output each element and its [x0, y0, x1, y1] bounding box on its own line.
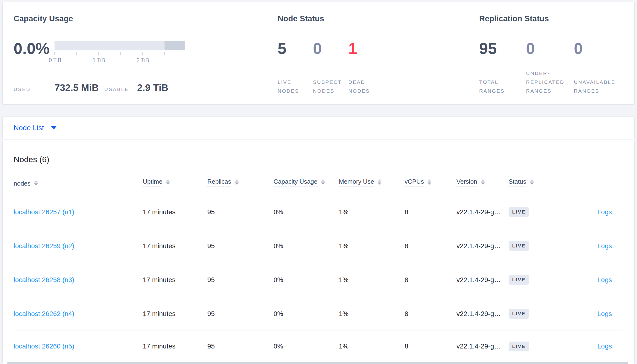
memory-cell: 1% — [339, 242, 405, 250]
dead-nodes-value: 1 — [348, 40, 384, 56]
logs-link[interactable]: Logs — [597, 242, 612, 250]
column-header-capacity-usage[interactable]: Capacity Usage — [273, 178, 339, 187]
replicas-cell: 95 — [207, 310, 273, 318]
cluster-summary-panel: Capacity Usage 0.0% — [3, 2, 634, 104]
replicas-cell: 95 — [207, 276, 273, 284]
total-ranges-stat: 95 TOTAL RANGES — [479, 40, 526, 95]
column-header-uptime[interactable]: Uptime — [143, 178, 207, 187]
capacity-gauge: 0.0% 0 TiB 1 TiB — [14, 40, 185, 64]
usable-value: 2.9 TiB — [137, 82, 168, 93]
capacity-usage-section: Capacity Usage 0.0% — [14, 2, 229, 104]
capacity-bar: 0 TiB 1 TiB 2 TiB — [55, 41, 185, 64]
replication-status-title: Replication Status — [479, 14, 549, 24]
view-selector-bar: Node List — [3, 116, 634, 139]
column-header-vcpus[interactable]: vCPUs — [405, 178, 456, 187]
used-label: USED — [14, 87, 55, 92]
memory-cell: 1% — [339, 276, 405, 284]
column-header-nodes[interactable]: nodes — [14, 180, 143, 187]
uptime-cell: 17 minutes — [143, 276, 207, 284]
vcpus-cell: 8 — [405, 342, 456, 350]
uptime-cell: 17 minutes — [143, 310, 207, 318]
live-nodes-label: LIVE NODES — [278, 78, 313, 95]
column-header-status[interactable]: Status — [509, 178, 569, 187]
live-nodes-stat: 5 LIVE NODES — [278, 40, 313, 95]
suspect-nodes-value: 0 — [313, 40, 348, 56]
node-list-dropdown[interactable]: Node List — [14, 124, 57, 132]
capacity-percent-value: 0.0% — [14, 40, 55, 56]
dead-nodes-stat: 1 DEAD NODES — [348, 40, 384, 95]
logs-link[interactable]: Logs — [597, 310, 612, 318]
dead-nodes-label: DEAD NODES — [348, 78, 384, 95]
nodes-table-card: Nodes (6) nodes Uptime Replicas Capacity… — [3, 140, 634, 364]
live-nodes-value: 5 — [278, 40, 313, 56]
sort-icon — [428, 179, 431, 185]
axis-label-2tib: 2 TiB — [137, 57, 149, 64]
node-link[interactable]: localhost:26262 (n4) — [14, 310, 74, 318]
logs-link[interactable]: Logs — [597, 342, 612, 350]
sort-icon — [378, 179, 381, 185]
capacity-cell: 0% — [273, 242, 339, 250]
table-row: localhost:26260 (n5) 17 minutes 95 0% 1%… — [14, 331, 623, 362]
unavailable-ranges-value: 0 — [574, 40, 624, 56]
capacity-bar-track — [55, 41, 185, 50]
axis-label-1tib: 1 TiB — [93, 57, 105, 64]
bottom-divider — [8, 362, 628, 364]
status-badge: LIVE — [509, 309, 529, 318]
replication-status-section: Replication Status 95 TOTAL RANGES 0 UND… — [479, 2, 627, 104]
status-badge: LIVE — [509, 275, 529, 285]
memory-cell: 1% — [339, 208, 405, 216]
under-replicated-ranges-label: UNDER-REPLICATED RANGES — [526, 69, 562, 95]
replicas-cell: 95 — [207, 208, 273, 216]
table-row: localhost:26259 (n2) 17 minutes 95 0% 1%… — [14, 229, 623, 263]
replicas-cell: 95 — [207, 342, 273, 350]
table-row: localhost:26257 (n1) 17 minutes 95 0% 1%… — [14, 195, 623, 229]
table-row: localhost:26258 (n3) 17 minutes 95 0% 1%… — [14, 263, 623, 297]
under-replicated-ranges-value: 0 — [526, 40, 574, 56]
version-cell: v22.1.4-29-g… — [456, 208, 509, 216]
sort-icon — [321, 179, 325, 185]
memory-cell: 1% — [339, 342, 405, 350]
node-link[interactable]: localhost:26258 (n3) — [14, 276, 74, 284]
logs-link[interactable]: Logs — [597, 208, 612, 216]
node-status-section: Node Status 5 LIVE NODES 0 SUSPECT NODES… — [278, 2, 426, 104]
capacity-axis-ticks — [55, 52, 185, 56]
used-value: 732.5 MiB — [55, 82, 99, 93]
node-link[interactable]: localhost:26260 (n5) — [14, 342, 74, 350]
node-link[interactable]: localhost:26259 (n2) — [14, 242, 74, 250]
capacity-cell: 0% — [273, 310, 339, 318]
uptime-cell: 17 minutes — [143, 342, 207, 350]
node-link[interactable]: localhost:26257 (n1) — [14, 208, 74, 216]
cluster-overview-page: Capacity Usage 0.0% — [0, 0, 637, 364]
column-header-replicas[interactable]: Replicas — [207, 178, 273, 187]
capacity-bar-reserved-segment — [165, 41, 185, 50]
vcpus-cell: 8 — [405, 242, 456, 250]
table-row: localhost:26262 (n4) 17 minutes 95 0% 1%… — [14, 297, 623, 331]
sort-icon — [34, 180, 38, 186]
suspect-nodes-stat: 0 SUSPECT NODES — [313, 40, 348, 95]
column-header-memory-use[interactable]: Memory Use — [339, 178, 405, 187]
version-cell: v22.1.4-29-g… — [456, 276, 509, 284]
capacity-axis-labels: 0 TiB 1 TiB 2 TiB — [55, 57, 185, 64]
version-cell: v22.1.4-29-g… — [456, 242, 509, 250]
version-cell: v22.1.4-29-g… — [456, 342, 509, 350]
column-header-version[interactable]: Version — [456, 178, 509, 187]
vcpus-cell: 8 — [405, 208, 456, 216]
under-replicated-ranges-stat: 0 UNDER-REPLICATED RANGES — [526, 40, 574, 95]
uptime-cell: 17 minutes — [143, 242, 207, 250]
node-list-dropdown-label: Node List — [14, 124, 44, 132]
status-badge: LIVE — [509, 207, 529, 217]
capacity-cell: 0% — [273, 342, 339, 350]
capacity-usage-title: Capacity Usage — [14, 14, 73, 24]
vcpus-cell: 8 — [405, 310, 456, 318]
replicas-cell: 95 — [207, 242, 273, 250]
usable-label: USABLE — [105, 87, 129, 92]
unavailable-ranges-stat: 0 UNAVAILABLE RANGES — [574, 40, 624, 95]
unavailable-ranges-label: UNAVAILABLE RANGES — [574, 78, 616, 95]
status-badge: LIVE — [509, 342, 529, 351]
uptime-cell: 17 minutes — [143, 208, 207, 216]
node-status-title: Node Status — [278, 14, 324, 24]
suspect-nodes-label: SUSPECT NODES — [313, 78, 348, 95]
total-ranges-value: 95 — [479, 40, 526, 56]
logs-link[interactable]: Logs — [597, 276, 612, 284]
memory-cell: 1% — [339, 310, 405, 318]
